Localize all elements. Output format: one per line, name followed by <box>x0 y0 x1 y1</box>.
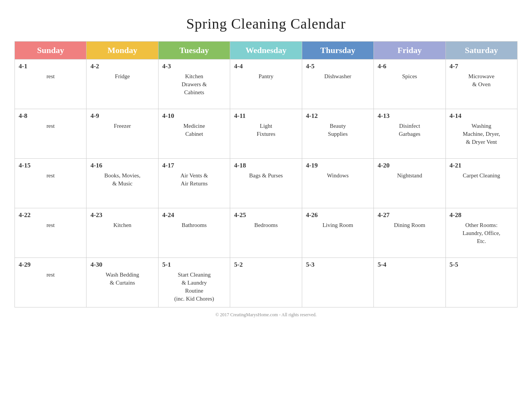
calendar-cell-4-8: 4-8rest <box>15 109 87 159</box>
cell-date: 4-8 <box>19 112 82 120</box>
calendar-cell-4-18: 4-18Bags & Purses <box>230 159 302 208</box>
cell-date: 4-4 <box>234 63 298 70</box>
calendar-row: 4-29rest4-30Wash Bedding& Curtains5-1Sta… <box>15 258 518 307</box>
cell-task: Nightstand <box>378 172 441 180</box>
cell-date: 4-13 <box>378 112 441 120</box>
cell-date: 4-30 <box>90 261 154 269</box>
header-thursday: Thursday <box>302 42 373 60</box>
header-sunday: Sunday <box>15 42 87 60</box>
cell-date: 4-22 <box>19 211 82 219</box>
calendar-cell-4-23: 4-23Kitchen <box>87 208 158 258</box>
calendar-header: SundayMondayTuesdayWednesdayThursdayFrid… <box>15 42 518 60</box>
calendar-cell-4-2: 4-2Fridge <box>87 60 158 109</box>
cell-task: rest <box>19 172 82 180</box>
cell-task: Bathrooms <box>162 221 226 229</box>
cell-date: 4-24 <box>162 211 226 219</box>
header-friday: Friday <box>374 42 445 60</box>
cell-date: 4-25 <box>234 211 298 219</box>
calendar-cell-4-1: 4-1rest <box>15 60 87 109</box>
cell-task: Pantry <box>234 72 298 80</box>
cell-date: 4-5 <box>306 63 370 70</box>
cell-task: Carpet Cleaning <box>450 172 513 180</box>
calendar-body: 4-1rest4-2Fridge4-3KitchenDrawers &Cabin… <box>15 60 518 307</box>
calendar-cell-4-19: 4-19Windows <box>302 159 373 208</box>
cell-task: BeautySupplies <box>306 122 370 138</box>
cell-date: 4-2 <box>90 63 154 70</box>
cell-task: Freezer <box>90 122 154 130</box>
calendar-cell-4-29: 4-29rest <box>15 258 87 307</box>
calendar-cell-4-21: 4-21Carpet Cleaning <box>445 159 517 208</box>
calendar-row: 4-22rest4-23Kitchen4-24Bathrooms4-25Bedr… <box>15 208 518 258</box>
header-wednesday: Wednesday <box>230 42 302 60</box>
calendar-cell-4-5: 4-5Dishwasher <box>302 60 373 109</box>
cell-date: 4-14 <box>450 112 513 120</box>
calendar-cell-4-12: 4-12BeautySupplies <box>302 109 373 159</box>
calendar-cell-5-5: 5-5 <box>445 258 517 307</box>
calendar-cell-4-28: 4-28Other Rooms:Laundry, Office,Etc. <box>445 208 517 258</box>
cell-task: Living Room <box>306 221 370 229</box>
calendar-cell-4-24: 4-24Bathrooms <box>158 208 230 258</box>
calendar-cell-4-20: 4-20Nightstand <box>374 159 445 208</box>
cell-date: 4-19 <box>306 162 370 169</box>
page-title: Spring Cleaning Calendar <box>14 15 518 32</box>
cell-date: 4-20 <box>378 162 441 169</box>
calendar-row: 4-15rest4-16Books, Movies,& Music4-17Air… <box>15 159 518 208</box>
cell-date: 4-27 <box>378 211 441 219</box>
cell-date: 5-2 <box>234 261 298 269</box>
cell-task: Fridge <box>90 72 154 80</box>
calendar-cell-4-25: 4-25Bedrooms <box>230 208 302 258</box>
cell-date: 4-29 <box>19 261 82 269</box>
cell-task: Other Rooms:Laundry, Office,Etc. <box>450 221 513 245</box>
cell-date: 4-7 <box>450 63 513 70</box>
calendar-row: 4-1rest4-2Fridge4-3KitchenDrawers &Cabin… <box>15 60 518 109</box>
cell-task: Dining Room <box>378 221 441 229</box>
calendar-cell-4-3: 4-3KitchenDrawers &Cabinets <box>158 60 230 109</box>
cell-task: Dishwasher <box>306 72 370 80</box>
page: Spring Cleaning Calendar SundayMondayTue… <box>14 15 518 318</box>
cell-date: 4-6 <box>378 63 441 70</box>
cell-date: 4-12 <box>306 112 370 120</box>
cell-date: 4-1 <box>19 63 82 70</box>
cell-date: 4-9 <box>90 112 154 120</box>
calendar-cell-5-1: 5-1Start Cleaning& LaundryRoutine(inc. K… <box>158 258 230 307</box>
footer: © 2017 CreatingMarysHome.com - All right… <box>14 312 518 318</box>
cell-date: 4-17 <box>162 162 226 169</box>
cell-task: Start Cleaning& LaundryRoutine(inc. Kid … <box>162 271 226 303</box>
cell-task: LightFixtures <box>234 122 298 138</box>
cell-date: 4-23 <box>90 211 154 219</box>
cell-task: MedicineCabinet <box>162 122 226 138</box>
cell-date: 5-4 <box>378 261 441 269</box>
calendar-cell-5-4: 5-4 <box>374 258 445 307</box>
header-tuesday: Tuesday <box>158 42 230 60</box>
calendar-cell-5-3: 5-3 <box>302 258 373 307</box>
cell-task: rest <box>19 271 82 279</box>
calendar-cell-4-14: 4-14WashingMachine, Dryer,& Dryer Vent <box>445 109 517 159</box>
cell-task: WashingMachine, Dryer,& Dryer Vent <box>450 122 513 146</box>
cell-task: rest <box>19 122 82 130</box>
calendar-cell-4-4: 4-4Pantry <box>230 60 302 109</box>
cell-task: rest <box>19 72 82 80</box>
header-saturday: Saturday <box>445 42 517 60</box>
cell-task: Windows <box>306 172 370 180</box>
cell-task: DisinfectGarbages <box>378 122 441 138</box>
cell-date: 4-11 <box>234 112 298 120</box>
cell-task: Kitchen <box>90 221 154 229</box>
cell-task: Air Vents &Air Returns <box>162 172 226 188</box>
calendar-cell-4-27: 4-27Dining Room <box>374 208 445 258</box>
header-monday: Monday <box>87 42 158 60</box>
calendar-cell-4-22: 4-22rest <box>15 208 87 258</box>
calendar-cell-4-9: 4-9Freezer <box>87 109 158 159</box>
cell-date: 5-1 <box>162 261 226 269</box>
calendar-cell-4-30: 4-30Wash Bedding& Curtains <box>87 258 158 307</box>
cell-task: Microwave& Oven <box>450 72 513 89</box>
calendar-row: 4-8rest4-9Freezer4-10MedicineCabinet4-11… <box>15 109 518 159</box>
cell-date: 5-3 <box>306 261 370 269</box>
cell-date: 4-10 <box>162 112 226 120</box>
cell-task: Bags & Purses <box>234 172 298 180</box>
cell-date: 4-21 <box>450 162 513 169</box>
calendar-cell-4-17: 4-17Air Vents &Air Returns <box>158 159 230 208</box>
calendar-cell-5-2: 5-2 <box>230 258 302 307</box>
cell-date: 4-28 <box>450 211 513 219</box>
calendar-cell-4-6: 4-6Spices <box>374 60 445 109</box>
calendar-cell-4-7: 4-7Microwave& Oven <box>445 60 517 109</box>
